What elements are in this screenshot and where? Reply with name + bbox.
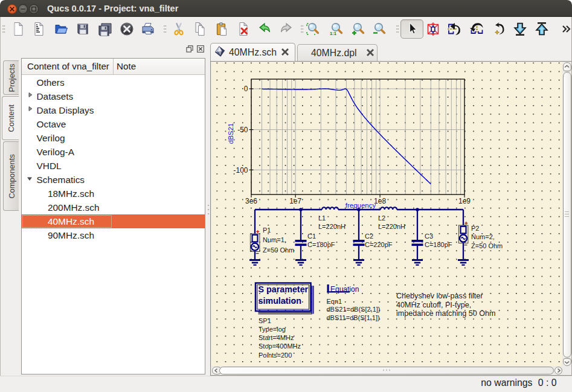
svg-text:-50: -50: [237, 126, 248, 134]
svg-text:impedance matching 50 Ohm: impedance matching 50 Ohm: [396, 309, 496, 318]
svg-text:1:1: 1:1: [330, 31, 336, 36]
svg-text:C3: C3: [425, 233, 433, 240]
svg-text:dBS11=dB(S[1,1]): dBS11=dB(S[1,1]): [327, 314, 380, 321]
svg-text:Points=200: Points=200: [259, 352, 292, 359]
svg-text:Num=1,: Num=1,: [263, 236, 286, 243]
svg-text:3e6: 3e6: [245, 197, 257, 205]
svg-text:1e9: 1e9: [458, 197, 471, 205]
svg-text:Chebyshev low-pass filter: Chebyshev low-pass filter: [396, 292, 483, 300]
svg-text:40MHz cutoff, PI-type,: 40MHz cutoff, PI-type,: [396, 301, 471, 309]
svg-text:simulation: simulation: [259, 296, 302, 306]
svg-text:SP1: SP1: [259, 317, 271, 324]
svg-text:Num=2,: Num=2,: [471, 233, 495, 240]
svg-text:Type=log: Type=log: [259, 326, 286, 333]
svg-text:P2: P2: [471, 225, 479, 232]
svg-text:Eqn1: Eqn1: [327, 298, 342, 305]
svg-text:dBS21: dBS21: [227, 123, 234, 144]
svg-text:S parameter: S parameter: [259, 284, 309, 294]
svg-text:dBS21=dB(S[2,1]): dBS21=dB(S[2,1]): [327, 306, 381, 313]
svg-text:L1: L1: [318, 214, 326, 222]
svg-text:C=220pF: C=220pF: [365, 241, 393, 248]
svg-text:Z=50 Ohm: Z=50 Ohm: [471, 242, 503, 249]
svg-text:P1: P1: [263, 227, 271, 234]
svg-text:Stop=400MHz: Stop=400MHz: [259, 342, 301, 350]
svg-text:L=220nH: L=220nH: [378, 223, 405, 230]
svg-text:Z=50 Ohm: Z=50 Ohm: [263, 246, 294, 254]
svg-text:-100: -100: [233, 166, 248, 175]
svg-text:C2: C2: [365, 233, 373, 240]
svg-text:1e7: 1e7: [289, 197, 301, 205]
svg-text:0: 0: [244, 85, 248, 93]
svg-text:C=180pF: C=180pF: [307, 241, 335, 248]
svg-text:Start=4MHz: Start=4MHz: [259, 334, 294, 341]
svg-text:C1: C1: [307, 233, 316, 240]
svg-text:L=220nH: L=220nH: [318, 223, 345, 230]
svg-text:frequency: frequency: [345, 202, 376, 209]
svg-text:C=180pF: C=180pF: [425, 241, 452, 248]
svg-text:L2: L2: [378, 214, 385, 222]
